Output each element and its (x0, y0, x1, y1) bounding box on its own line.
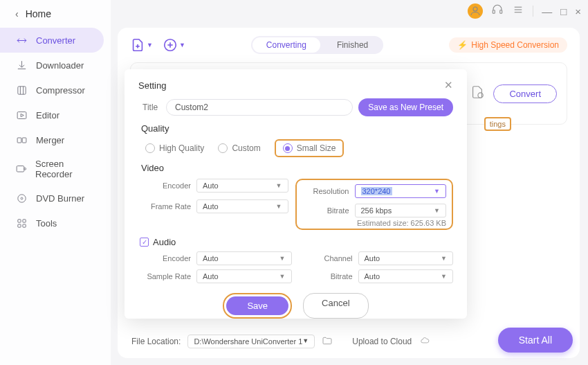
estimated-size: Estimated size: 625.63 KB (302, 219, 447, 227)
modal-title: Setting (138, 80, 166, 91)
settings-modal: Setting ✕ Title Save as New Preset Quali… (125, 69, 467, 319)
svg-point-15 (24, 168, 26, 170)
sidebar-item-tools[interactable]: Tools (0, 211, 104, 235)
lightning-icon: ⚡ (457, 40, 468, 50)
video-resolution-label: Resolution (302, 187, 349, 195)
small-size-highlight: Small Size (275, 139, 344, 157)
chevron-down-icon: ▼ (179, 42, 185, 48)
video-framerate-select[interactable]: Auto▼ (196, 199, 288, 213)
svg-rect-2 (500, 10, 502, 14)
audio-channel-label: Channel (306, 254, 353, 262)
radio-small-size[interactable]: Small Size (283, 143, 336, 153)
high-speed-badge[interactable]: ⚡ High Speed Conversion (449, 37, 567, 53)
tab-converting[interactable]: Converting (252, 37, 320, 53)
user-avatar[interactable] (468, 3, 483, 19)
sidebar-item-merger[interactable]: Merger (0, 127, 104, 152)
sidebar-item-label: Downloader (36, 60, 84, 71)
svg-point-16 (17, 194, 25, 202)
svg-point-0 (473, 7, 477, 11)
converter-icon (15, 34, 28, 46)
audio-encoder-label: Encoder (144, 254, 191, 262)
video-header: Video (141, 163, 453, 173)
sidebar-item-converter[interactable]: Converter (0, 28, 104, 53)
video-framerate-label: Frame Rate (144, 202, 191, 211)
video-resolution-select[interactable]: 320*240▼ (355, 184, 447, 198)
home-label: Home (26, 8, 51, 19)
chevron-left-icon: ‹ (15, 8, 19, 19)
tools-icon (15, 217, 28, 229)
chevron-down-icon: ▼ (147, 42, 153, 48)
radio-custom[interactable]: Custom (218, 143, 260, 153)
convert-button[interactable]: Convert (493, 84, 557, 103)
sidebar-item-editor[interactable]: Editor (0, 103, 104, 127)
sidebar-item-label: Converter (36, 35, 75, 46)
download-icon (15, 59, 28, 71)
svg-rect-14 (17, 166, 24, 172)
home-back[interactable]: ‹ Home (0, 3, 111, 28)
editor-icon (15, 109, 28, 121)
sidebar-item-label: Editor (36, 110, 59, 121)
audio-channel-select[interactable]: Auto▼ (358, 251, 454, 265)
file-location-label: File Location: (131, 337, 181, 346)
video-bitrate-label: Bitrate (302, 206, 349, 215)
merger-icon (15, 134, 28, 146)
sidebar-item-label: Screen Recorder (35, 159, 95, 179)
sidebar-item-downloader[interactable]: Downloader (0, 53, 104, 78)
sidebar: ‹ Home Converter Downloader Compressor E… (0, 0, 111, 365)
audio-samplerate-select[interactable]: Auto▼ (196, 269, 292, 283)
quality-header: Quality (141, 123, 453, 134)
add-file-button[interactable]: ▼ (130, 37, 153, 53)
settings-tag: tings (484, 117, 511, 131)
sidebar-item-compressor[interactable]: Compressor (0, 78, 104, 103)
audio-checkbox[interactable]: ✓ (140, 238, 149, 247)
svg-rect-1 (493, 10, 495, 14)
video-encoder-select[interactable]: Auto▼ (196, 179, 288, 193)
title-label: Title (138, 103, 160, 112)
save-button[interactable]: Save (226, 296, 288, 315)
topbar: ▼ ▼ Converting Finished ⚡ High Speed Con… (130, 36, 567, 54)
open-folder-icon[interactable] (322, 335, 333, 348)
upload-cloud-label: Upload to Cloud (352, 337, 412, 346)
tab-finished[interactable]: Finished (322, 36, 383, 54)
svg-marker-11 (21, 114, 24, 116)
output-settings-icon[interactable] (470, 84, 485, 103)
close-icon[interactable]: ✕ (444, 79, 453, 91)
video-bitrate-select[interactable]: 256 kbps▼ (355, 204, 447, 217)
audio-encoder-select[interactable]: Auto▼ (196, 251, 292, 265)
close-button[interactable]: × (575, 6, 581, 17)
compressor-icon (15, 84, 28, 96)
sidebar-item-label: Merger (36, 135, 64, 145)
save-highlight: Save (223, 293, 292, 319)
menu-icon[interactable] (512, 3, 524, 19)
sidebar-item-screen-recorder[interactable]: Screen Recorder (0, 152, 104, 186)
save-preset-button[interactable]: Save as New Preset (358, 98, 453, 116)
high-speed-label: High Speed Conversion (471, 40, 559, 50)
screen-recorder-icon (15, 163, 27, 175)
add-folder-button[interactable]: ▼ (163, 37, 185, 53)
svg-rect-18 (17, 219, 20, 222)
svg-rect-10 (17, 112, 26, 118)
svg-point-27 (478, 93, 483, 98)
video-encoder-label: Encoder (144, 181, 191, 190)
maximize-button[interactable]: □ (560, 6, 567, 17)
file-location-select[interactable]: D:\Wondershare UniConverter 1 ▼ (187, 335, 315, 348)
cancel-button[interactable]: Cancel (303, 293, 368, 319)
sidebar-item-label: Tools (36, 218, 57, 229)
headset-icon[interactable] (491, 3, 504, 19)
divider (533, 6, 533, 17)
sidebar-item-label: Compressor (36, 85, 85, 96)
svg-rect-21 (22, 224, 25, 226)
audio-header-row: ✓ Audio (140, 237, 453, 247)
audio-bitrate-select[interactable]: Auto▼ (358, 269, 454, 283)
svg-rect-20 (17, 224, 20, 226)
svg-rect-7 (17, 86, 25, 94)
radio-high-quality[interactable]: High Quality (145, 143, 204, 153)
sidebar-item-dvd-burner[interactable]: DVD Burner (0, 186, 104, 211)
start-all-button[interactable]: Start All (498, 328, 573, 353)
audio-samplerate-label: Sample Rate (144, 272, 191, 281)
title-input[interactable] (166, 99, 353, 116)
minimize-button[interactable]: — (542, 6, 552, 17)
svg-point-17 (21, 197, 23, 199)
cloud-icon[interactable] (419, 336, 431, 348)
svg-rect-12 (17, 137, 21, 142)
